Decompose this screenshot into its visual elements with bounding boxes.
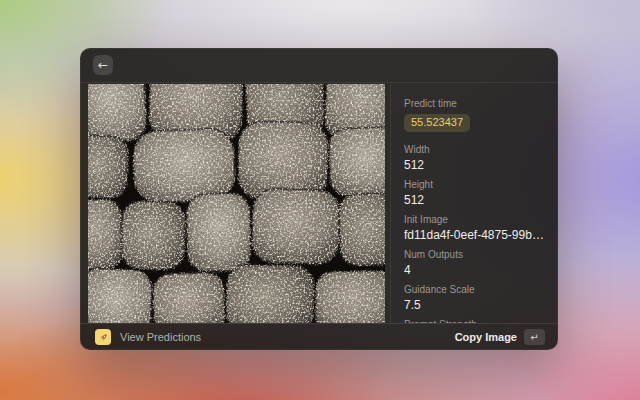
meta-label: Init Image [404,213,544,227]
window-content: Predict time 55.523437 Width 512 Height … [80,84,558,323]
meta-label: Predict time [404,97,544,111]
meta-row-width: Width 512 [404,143,544,173]
meta-row-num-outputs: Num Outputs 4 [404,248,544,278]
window-header: ← [80,48,558,83]
meta-label: Num Outputs [404,248,544,262]
predict-time-tag: 55.523437 [404,114,470,132]
meta-label: Width [404,143,544,157]
view-predictions-label: View Predictions [120,331,201,343]
meta-row-guidance-scale: Guidance Scale 7.5 [404,283,544,313]
prediction-detail-window: ← [80,48,558,350]
meta-row-height: Height 512 [404,178,544,208]
metadata-panel[interactable]: Predict time 55.523437 Width 512 Height … [390,84,558,323]
meta-value: 512 [404,157,544,173]
init-image-id: fd11da4f-0eef-4875-99b3-f4bf9a… [404,227,544,243]
rocket-icon [95,329,111,345]
meta-label: Guidance Scale [404,283,544,297]
action-bar: View Predictions Copy Image ↵ [80,323,558,350]
meta-value: 4 [404,262,544,278]
cobblestone-photo [88,84,385,323]
meta-row-init-image: Init Image fd11da4f-0eef-4875-99b3-f4bf9… [404,213,544,243]
meta-label: Height [404,178,544,192]
meta-row-predict-time: Predict time 55.523437 [404,97,544,136]
desktop-background: { "header": { "back_icon": "←" }, "image… [0,0,640,400]
copy-image-label: Copy Image [455,331,517,343]
prediction-image [88,84,385,323]
back-button[interactable]: ← [93,55,113,75]
meta-value: 7.5 [404,297,544,313]
back-arrow-icon: ← [98,59,108,71]
return-key-icon: ↵ [524,329,545,345]
meta-value: 512 [404,192,544,208]
copy-image-button[interactable]: Copy Image ↵ [451,327,549,347]
view-predictions-button[interactable]: View Predictions [89,327,207,347]
